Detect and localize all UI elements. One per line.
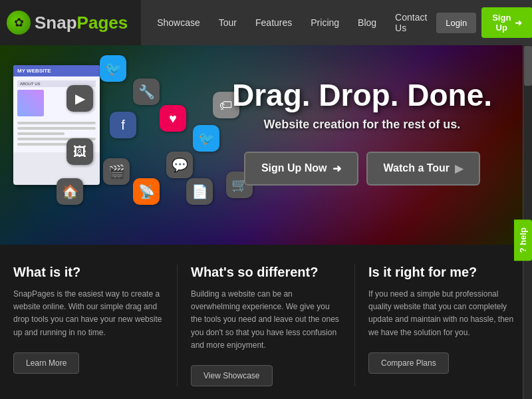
nav-blog[interactable]: Blog: [348, 0, 386, 45]
columns-section: What is it? SnapPages is the easiest way…: [0, 245, 532, 399]
hero-subtext: Website creation for the rest of us.: [232, 118, 492, 132]
col3-text: If you need a simple but professional qu…: [368, 288, 519, 339]
col-what-is-it: What is it? SnapPages is the easiest way…: [13, 265, 164, 386]
col-whats-different: What's so different? Building a website …: [191, 265, 341, 386]
col1-title: What is it?: [13, 265, 164, 280]
website-card-about: ABOUT US: [17, 80, 96, 87]
help-tab[interactable]: ? help: [514, 219, 532, 261]
hero-buttons: Sign Up Now Watch a Tour: [232, 152, 492, 186]
scroll-thumb[interactable]: [524, 46, 532, 86]
hero-text-block: Drag. Drop. Done. Website creation for t…: [232, 78, 492, 186]
hero-tour-button[interactable]: Watch a Tour: [366, 152, 481, 186]
hero-signup-button[interactable]: Sign Up Now: [244, 152, 358, 186]
hero-headline: Drag. Drop. Done.: [232, 78, 492, 112]
divider-2: [354, 265, 355, 386]
col-right-for-me: Is it right for me? If you need a simple…: [368, 265, 519, 386]
signup-nav-button[interactable]: Sign Up: [481, 7, 532, 38]
header: SnapPages Showcase Tour Features Pricing…: [0, 0, 532, 45]
learn-more-button[interactable]: Learn More: [13, 352, 79, 374]
nav-features[interactable]: Features: [246, 0, 301, 45]
col2-title: What's so different?: [191, 265, 341, 280]
logo-snap: Snap: [35, 13, 77, 33]
website-card-header: MY WEBSITE: [13, 65, 100, 76]
divider-1: [177, 265, 178, 386]
col2-text: Building a website can be an overwhelmin…: [191, 288, 341, 352]
logo-text: SnapPages: [35, 13, 128, 33]
view-showcase-button[interactable]: View Showcase: [191, 365, 273, 386]
nav-pricing[interactable]: Pricing: [301, 0, 348, 45]
website-card-img: [17, 90, 44, 116]
logo-icon: [7, 11, 31, 35]
nav-showcase[interactable]: Showcase: [148, 0, 209, 45]
website-mockup: MY WEBSITE ABOUT US: [7, 52, 113, 198]
nav-right: Login Sign Up: [436, 7, 532, 38]
website-card-lines: [17, 122, 96, 146]
login-button[interactable]: Login: [436, 13, 476, 33]
hero-section: MY WEBSITE ABOUT US 🐦 🔧 ▶ ♥ f 🖼 🎬 🏠 📡 💬 …: [0, 45, 532, 245]
nav-tour[interactable]: Tour: [209, 0, 246, 45]
col3-title: Is it right for me?: [368, 265, 519, 280]
logo[interactable]: SnapPages: [7, 11, 128, 35]
website-card-body: ABOUT US: [13, 76, 100, 152]
website-card: MY WEBSITE ABOUT US: [13, 65, 100, 185]
logo-pages: Pages: [77, 13, 128, 33]
compare-plans-button[interactable]: Compare Plans: [368, 352, 449, 374]
col1-text: SnapPages is the easiest way to create a…: [13, 288, 164, 339]
nav-contact[interactable]: Contact Us: [386, 0, 436, 45]
main-nav: Showcase Tour Features Pricing Blog Cont…: [141, 0, 532, 45]
